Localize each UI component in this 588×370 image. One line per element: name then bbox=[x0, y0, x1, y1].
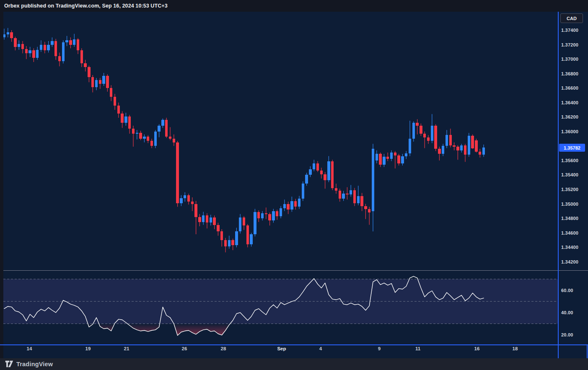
candle-body bbox=[309, 169, 312, 175]
candle-body bbox=[51, 41, 54, 45]
candle-body bbox=[394, 153, 397, 155]
candle-body bbox=[257, 212, 260, 219]
candle-body bbox=[405, 153, 408, 156]
currency-chip: CAD bbox=[560, 13, 583, 23]
candle-body bbox=[239, 217, 242, 231]
rsi-oversold-fill bbox=[174, 324, 230, 336]
candlestick-chart[interactable] bbox=[3, 12, 588, 270]
candle-body bbox=[401, 156, 404, 163]
price-axis-label: 1.34200 bbox=[561, 259, 578, 264]
candle-body bbox=[272, 211, 275, 220]
candle-body bbox=[357, 196, 360, 203]
candle-body bbox=[114, 97, 117, 106]
candle-body bbox=[360, 196, 363, 206]
candle-body bbox=[475, 140, 478, 152]
candle-body bbox=[290, 201, 293, 210]
candle-body bbox=[65, 40, 68, 42]
candle-body bbox=[99, 80, 102, 84]
candle-body bbox=[254, 212, 256, 235]
last-price-badge: 1.35782 bbox=[559, 144, 585, 152]
candle-body bbox=[412, 123, 415, 139]
candle-body bbox=[206, 215, 209, 223]
price-axis-label: 1.37400 bbox=[561, 28, 578, 33]
price-axis-label: 1.34400 bbox=[561, 245, 578, 250]
price-axis-label: 1.36200 bbox=[561, 114, 578, 119]
candle-body bbox=[283, 204, 286, 208]
candle-body bbox=[150, 141, 153, 146]
candle-body bbox=[69, 40, 72, 44]
time-axis-label: 14 bbox=[27, 346, 32, 351]
candle-body bbox=[409, 139, 412, 153]
candle-body bbox=[21, 44, 24, 49]
candle-body bbox=[346, 194, 349, 194]
candle-body bbox=[265, 213, 268, 214]
attribution-bar: Orbex published on TradingView.com, Sep … bbox=[0, 0, 588, 12]
candle-body bbox=[339, 191, 342, 199]
price-axis-label: 1.34800 bbox=[561, 216, 578, 221]
candle-body bbox=[446, 135, 448, 146]
tradingview-logo-icon bbox=[5, 360, 13, 368]
candle-body bbox=[294, 201, 297, 207]
candle-body bbox=[305, 175, 308, 184]
candle-body bbox=[187, 195, 190, 202]
price-axis[interactable] bbox=[559, 12, 588, 344]
candle-body bbox=[128, 116, 131, 129]
candle-body bbox=[313, 163, 316, 169]
candle-body bbox=[14, 38, 17, 47]
candle-body bbox=[235, 231, 238, 245]
time-axis-label: 28 bbox=[221, 346, 226, 351]
candle-body bbox=[198, 217, 201, 222]
candle-body bbox=[456, 147, 459, 150]
candle-body bbox=[210, 217, 212, 223]
candle-body bbox=[350, 190, 352, 194]
time-axis-label: 16 bbox=[474, 346, 480, 351]
candle-body bbox=[368, 209, 371, 213]
time-axis-label: 21 bbox=[124, 346, 130, 351]
price-axis-label: 1.37200 bbox=[561, 42, 578, 47]
rsi-panel[interactable] bbox=[3, 271, 588, 344]
price-axis-label: 1.36600 bbox=[561, 85, 578, 91]
time-axis-label: 18 bbox=[513, 346, 518, 351]
candle-body bbox=[154, 132, 157, 146]
candle-body bbox=[298, 199, 301, 207]
candle-body bbox=[316, 163, 319, 171]
candle-body bbox=[28, 50, 31, 53]
price-axis-label: 1.35000 bbox=[561, 202, 578, 207]
candle-body bbox=[80, 50, 83, 63]
candle-body bbox=[449, 135, 452, 145]
pane-separator[interactable] bbox=[3, 270, 588, 271]
candle-body bbox=[246, 225, 249, 244]
candle-body bbox=[327, 161, 330, 180]
candle-body bbox=[213, 217, 215, 225]
candle-body bbox=[420, 126, 422, 134]
candle-body bbox=[184, 195, 187, 198]
tradingview-brand-link[interactable]: TradingView bbox=[5, 360, 53, 368]
candle-body bbox=[147, 137, 150, 141]
candle-body bbox=[47, 45, 50, 51]
candle-body bbox=[471, 136, 474, 148]
candle-body bbox=[379, 154, 382, 165]
candle-body bbox=[468, 136, 471, 155]
rsi-axis-label: 60.00 bbox=[561, 288, 573, 293]
candle-body bbox=[453, 145, 456, 147]
candle-body bbox=[464, 145, 467, 155]
price-axis-label: 1.36800 bbox=[561, 71, 578, 76]
candle-body bbox=[124, 116, 127, 123]
candle-body bbox=[268, 214, 271, 221]
candle-body bbox=[353, 190, 356, 203]
candle-body bbox=[143, 137, 146, 139]
candle-body bbox=[202, 215, 205, 222]
candle-body bbox=[169, 137, 172, 139]
candle-body bbox=[250, 234, 253, 244]
tradingview-brand-text: TradingView bbox=[16, 361, 53, 367]
attribution-text: Orbex published on TradingView.com, Sep … bbox=[4, 3, 168, 9]
candle-body bbox=[95, 80, 98, 87]
candle-body bbox=[77, 39, 80, 50]
candle-body bbox=[3, 34, 5, 37]
candle-body bbox=[228, 240, 231, 247]
price-axis-label: 1.35400 bbox=[561, 172, 578, 177]
candle-body bbox=[165, 120, 168, 137]
candle-body bbox=[320, 171, 323, 174]
candle-body bbox=[173, 139, 176, 142]
price-axis-label: 1.34600 bbox=[561, 230, 578, 235]
